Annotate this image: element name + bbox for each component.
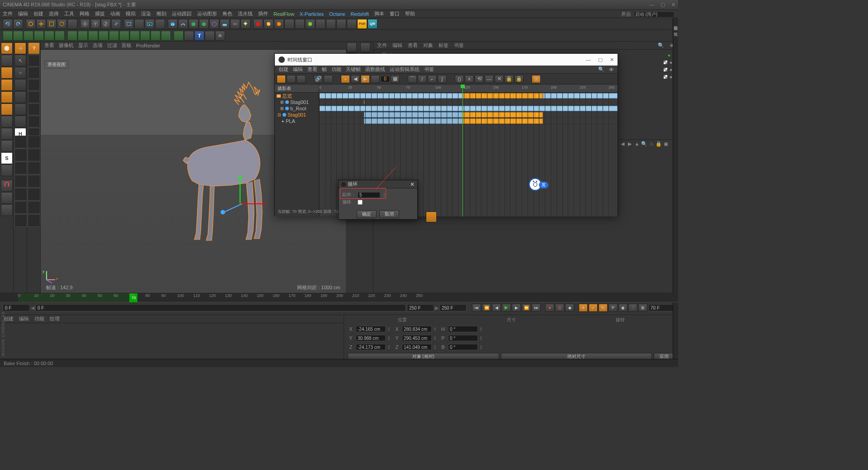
- tool-b1[interactable]: [28, 55, 40, 66]
- key-pla-button[interactable]: ◉: [618, 304, 627, 312]
- menu-snap[interactable]: 捕捉: [95, 10, 105, 17]
- objmenu-edit[interactable]: 编辑: [392, 42, 402, 49]
- mat-slot[interactable]: [28, 175, 40, 188]
- attr-fwd-icon[interactable]: ▶: [627, 141, 633, 147]
- light-button[interactable]: [241, 19, 250, 29]
- tlwin-search-icon[interactable]: 🔍: [598, 66, 604, 72]
- z-lock-button[interactable]: Z: [101, 19, 111, 29]
- tool-move-icon[interactable]: ✛: [14, 42, 26, 54]
- mat-slot[interactable]: [28, 214, 40, 227]
- mat-slot[interactable]: [28, 162, 40, 174]
- display-tag-icon[interactable]: [663, 60, 668, 65]
- frame-current-field[interactable]: [35, 304, 406, 311]
- rt1[interactable]: [347, 42, 357, 52]
- camera-button[interactable]: [230, 19, 240, 29]
- gen-python-button[interactable]: [151, 31, 160, 41]
- current-frame-display[interactable]: [648, 304, 675, 311]
- scale-button[interactable]: [47, 19, 57, 29]
- content-browser-button[interactable]: [347, 19, 357, 29]
- tlmenu-fcurve[interactable]: 函数曲线: [365, 66, 385, 73]
- menu-motiontrack[interactable]: 运动跟踪: [172, 10, 192, 17]
- tlwin-titlebar[interactable]: 时间线窗口 — ▢ ✕: [275, 54, 618, 66]
- rot-b-field[interactable]: [448, 344, 478, 350]
- key-scale-button[interactable]: ⤢: [589, 304, 598, 312]
- render-settings-button[interactable]: [155, 19, 165, 29]
- timeline-ruler[interactable]: 70 0102030405060708090100110120130140150…: [0, 293, 678, 302]
- tl-auto-button[interactable]: ⟲: [475, 75, 484, 83]
- tool-b2[interactable]: [28, 67, 40, 79]
- gen-bezier-button[interactable]: [55, 31, 65, 41]
- gen-sweep-button[interactable]: [44, 31, 54, 41]
- prev-key-button[interactable]: ⏪: [482, 304, 491, 312]
- mode-edges-button[interactable]: [1, 91, 13, 103]
- tl-tangent-ease[interactable]: ∫: [438, 75, 447, 83]
- generator-button[interactable]: [189, 19, 198, 29]
- menu-octane[interactable]: Octane: [329, 11, 345, 17]
- tl-addkey-button[interactable]: +: [341, 75, 350, 83]
- tool-q-button[interactable]: ?: [28, 42, 40, 54]
- menu-tools[interactable]: 工具: [64, 10, 74, 17]
- generator2-button[interactable]: [199, 19, 209, 29]
- vp-menu-panel[interactable]: 面板: [122, 42, 132, 49]
- loop-ok-button[interactable]: 确定: [357, 210, 377, 218]
- mat-slot[interactable]: [14, 136, 27, 148]
- menu-xparticles[interactable]: X-Particles: [300, 11, 324, 17]
- gen-polyred-button[interactable]: [174, 31, 184, 41]
- render-view-button[interactable]: [124, 19, 134, 29]
- rt3[interactable]: [360, 42, 370, 52]
- tl-break-button[interactable]: ⋏: [465, 75, 474, 83]
- dock-tab-1[interactable]: 内容浏览器: [673, 21, 678, 24]
- mode-polys-button[interactable]: [1, 103, 13, 115]
- plugin-browse-button[interactable]: [336, 19, 346, 29]
- tl-keyright-button[interactable]: ▶: [361, 75, 370, 83]
- pos-y-field[interactable]: [356, 335, 386, 341]
- objmenu-tags[interactable]: 标签: [439, 42, 448, 49]
- gen-symmetry-button[interactable]: [140, 31, 150, 41]
- mat-slot[interactable]: [14, 162, 27, 174]
- next-frame-button[interactable]: ▶: [512, 304, 521, 312]
- tlmenu-func[interactable]: 功能: [331, 66, 341, 73]
- tl-tangent-step[interactable]: ⌐: [428, 75, 437, 83]
- plugin-octane-button[interactable]: [253, 19, 263, 29]
- menu-create[interactable]: 创建: [33, 10, 43, 17]
- size-y-field[interactable]: [402, 335, 432, 341]
- deformer-button[interactable]: [209, 19, 219, 29]
- tl-tangent-spline[interactable]: ⌒: [408, 75, 417, 83]
- frame-visible-end[interactable]: [407, 304, 434, 311]
- vp-menu-view[interactable]: 查看: [44, 42, 54, 49]
- menu-simulate[interactable]: 模拟: [126, 10, 136, 17]
- tool-poly-button[interactable]: [14, 116, 26, 127]
- key-opt3-button[interactable]: ⊞: [638, 304, 647, 312]
- menu-mograph[interactable]: 运动图形: [197, 10, 217, 17]
- coord-system-button[interactable]: [111, 19, 121, 29]
- tool-b4[interactable]: [28, 91, 40, 103]
- size-z-field[interactable]: [402, 344, 432, 350]
- menu-mesh[interactable]: 网格: [80, 10, 90, 17]
- vp-menu-filter[interactable]: 过滤: [107, 42, 117, 49]
- menu-script[interactable]: 脚本: [374, 10, 384, 17]
- gen-extrude-button[interactable]: [13, 31, 23, 41]
- mat-slot[interactable]: [14, 201, 27, 214]
- live-select-button[interactable]: [26, 19, 36, 29]
- gen-trace-button[interactable]: [205, 31, 215, 41]
- gen-lod-button[interactable]: [161, 31, 171, 41]
- menu-sculpt[interactable]: 雕刻: [156, 10, 166, 17]
- bake-object-button[interactable]: [426, 212, 437, 222]
- play-button[interactable]: [502, 304, 511, 312]
- tlwin-tracks[interactable]: [319, 93, 618, 124]
- tool-brush-button[interactable]: [14, 91, 26, 103]
- plugin-forester-button[interactable]: [305, 19, 315, 29]
- plugin-grass-button[interactable]: [316, 19, 326, 29]
- close-button[interactable]: ✕: [671, 2, 675, 8]
- gen-atom-button[interactable]: [78, 31, 88, 41]
- gen-lathe-button[interactable]: [24, 31, 33, 41]
- tl-remove-button[interactable]: ✕: [495, 75, 504, 83]
- plugin-qr-button[interactable]: QR: [368, 19, 377, 29]
- gen-loft-button[interactable]: [34, 31, 44, 41]
- menu-file[interactable]: 文件: [3, 10, 13, 17]
- tl-keyleft-button[interactable]: ◀: [351, 75, 360, 83]
- attr-lock-icon[interactable]: 🔒: [656, 141, 662, 147]
- size-x-field[interactable]: [402, 326, 432, 332]
- menu-redshift[interactable]: Redshift: [351, 11, 369, 17]
- loop-close-button[interactable]: ✕: [410, 181, 415, 188]
